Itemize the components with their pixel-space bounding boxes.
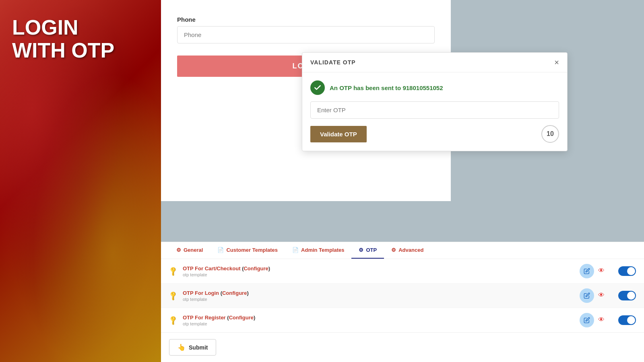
tab-admin-templates[interactable]: 📄 Admin Templates (285, 242, 351, 259)
otp-actions-login: 👁 (580, 288, 636, 303)
tab-customer-templates[interactable]: 📄 Customer Templates (210, 242, 285, 259)
close-button[interactable]: × (554, 58, 559, 66)
eye-icon-cart[interactable]: 👁 (598, 267, 606, 275)
edit-button-cart[interactable] (580, 264, 594, 278)
phone-label: Phone (177, 16, 435, 23)
check-circle-icon (310, 80, 325, 95)
submit-area: 👆 Submit (161, 332, 644, 362)
phone-input[interactable] (177, 26, 435, 43)
right-panel: Phone LOGIN VALIDATE OTP × An OTP has be… (161, 0, 644, 362)
toggle-login[interactable] (618, 291, 636, 300)
eye-icon-login[interactable]: 👁 (598, 292, 606, 300)
doc-icon-customer: 📄 (217, 247, 224, 253)
doc-icon-admin: 📄 (292, 247, 299, 253)
edit-button-login[interactable] (580, 288, 594, 303)
gear-icon-advanced: ⚙ (391, 247, 396, 253)
settings-tabs: ⚙ General 📄 Customer Templates 📄 Admin T… (161, 242, 644, 259)
tab-advanced-label: Advanced (398, 247, 423, 253)
tab-advanced[interactable]: ⚙ Advanced (384, 242, 431, 259)
otp-actions-register: 👁 (580, 313, 636, 327)
otp-sub-register: otp template (183, 321, 580, 326)
left-panel: LOGIN WITH OTP (0, 0, 161, 362)
key-icon-cart: 🔑 (167, 265, 179, 277)
otp-row-register: 🔑 OTP For Register (Configure) otp templ… (161, 308, 644, 332)
otp-input[interactable] (310, 101, 559, 119)
otp-modal-header: VALIDATE OTP × (302, 53, 567, 72)
tab-general[interactable]: ⚙ General (169, 242, 210, 259)
configure-link-cart[interactable]: Configure (244, 265, 268, 272)
otp-modal-title: VALIDATE OTP (310, 59, 356, 66)
tab-otp-label: OTP (366, 247, 377, 253)
otp-row-login: 🔑 OTP For Login (Configure) otp template (161, 284, 644, 308)
otp-info-cart: OTP For Cart/Checkout (Configure) otp te… (183, 265, 580, 277)
tab-otp[interactable]: ⚙ OTP (351, 242, 384, 259)
otp-row-cart: 🔑 OTP For Cart/Checkout (Configure) otp … (161, 259, 644, 284)
otp-title-login: OTP For Login (Configure) (183, 290, 580, 296)
eye-icon-register[interactable]: 👁 (598, 316, 606, 324)
toggle-cart[interactable] (618, 266, 636, 276)
tab-customer-label: Customer Templates (226, 247, 278, 253)
otp-title-register: OTP For Register (Configure) (183, 315, 580, 321)
timer-display: 10 (541, 125, 559, 143)
gear-icon-general: ⚙ (176, 247, 181, 253)
otp-sub-login: otp template (183, 297, 580, 302)
key-icon-login: 🔑 (167, 290, 179, 301)
otp-info-login: OTP For Login (Configure) otp template (183, 290, 580, 302)
otp-actions-cart: 👁 (580, 264, 636, 278)
otp-success-text: An OTP has been sent to 918010551052 (330, 84, 443, 91)
configure-link-login[interactable]: Configure (222, 290, 247, 296)
validate-otp-button[interactable]: Validate OTP (310, 126, 367, 142)
title-line1: LOGIN (12, 16, 114, 39)
otp-title-cart: OTP For Cart/Checkout (Configure) (183, 265, 580, 272)
settings-panel: ⚙ General 📄 Customer Templates 📄 Admin T… (161, 242, 644, 362)
otp-sub-cart: otp template (183, 272, 580, 277)
toggle-register[interactable] (618, 315, 636, 325)
otp-modal-body: An OTP has been sent to 918010551052 Val… (302, 72, 567, 151)
hand-icon: 👆 (178, 343, 186, 351)
otp-modal: VALIDATE OTP × An OTP has been sent to 9… (302, 52, 568, 151)
submit-label: Submit (189, 344, 208, 351)
title-line2: WITH OTP (12, 39, 114, 62)
tab-admin-label: Admin Templates (301, 247, 344, 253)
login-title: LOGIN WITH OTP (12, 16, 114, 62)
configure-link-register[interactable]: Configure (229, 315, 254, 321)
otp-info-register: OTP For Register (Configure) otp templat… (183, 315, 580, 326)
submit-button[interactable]: 👆 Submit (169, 339, 216, 356)
otp-success-message: An OTP has been sent to 918010551052 (310, 80, 559, 95)
otp-validate-row: Validate OTP 10 (310, 125, 559, 143)
gear-icon-otp: ⚙ (359, 247, 363, 253)
key-icon-register: 🔑 (167, 315, 179, 326)
tab-general-label: General (184, 247, 203, 253)
edit-button-register[interactable] (580, 313, 594, 327)
otp-settings-content: 🔑 OTP For Cart/Checkout (Configure) otp … (161, 259, 644, 332)
